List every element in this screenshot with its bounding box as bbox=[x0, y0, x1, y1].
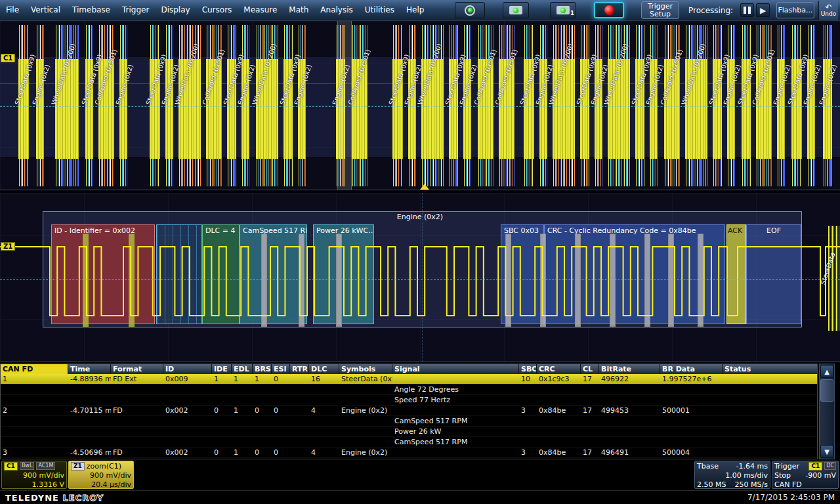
table-cell bbox=[290, 374, 309, 385]
can-frame-burst bbox=[119, 25, 127, 186]
table-cell bbox=[212, 427, 232, 437]
col-header-cl[interactable]: CL bbox=[581, 364, 599, 374]
table-cell: 1 bbox=[253, 374, 272, 385]
menu-utilities[interactable]: Utilities bbox=[359, 0, 400, 20]
menu-measure[interactable]: Measure bbox=[238, 0, 283, 20]
col-header-crc[interactable]: CRC bbox=[537, 364, 581, 374]
signal-row[interactable]: CamSpeed 517 RPM bbox=[1, 416, 817, 427]
table-cell bbox=[212, 437, 232, 448]
table-cell: 1 bbox=[232, 374, 253, 385]
signal-row[interactable]: Speed 77 Hertz bbox=[1, 395, 817, 406]
trigger-box[interactable]: Trigger C1 DC Stop -900 mV CAN FD bbox=[772, 461, 839, 489]
table-cell bbox=[723, 406, 818, 416]
table-cell: 0 bbox=[212, 448, 232, 458]
col-header-edl[interactable]: EDL bbox=[232, 364, 253, 374]
scroll-down-button[interactable]: ▼ bbox=[820, 445, 833, 458]
table-cell bbox=[723, 374, 818, 385]
undo-button[interactable]: ↶ Undo bbox=[818, 1, 838, 20]
table-cell bbox=[212, 395, 232, 406]
play-button[interactable]: ▶ bbox=[756, 3, 770, 17]
table-cell bbox=[232, 427, 253, 437]
col-header-bitrate[interactable]: BitRate bbox=[599, 364, 660, 374]
table-cell: Engine (0x2) bbox=[339, 448, 392, 458]
pause-button[interactable] bbox=[740, 3, 754, 17]
col-header-can-fd[interactable]: CAN FD bbox=[1, 364, 68, 374]
col-header-brs[interactable]: BRS bbox=[253, 364, 272, 374]
menu-trigger[interactable]: Trigger bbox=[116, 0, 155, 20]
descriptor-bar: C1 BwL AC1M 900 mV/div 1.3316 V Z1 zoom(… bbox=[0, 459, 840, 490]
menu-display[interactable]: Display bbox=[155, 0, 196, 20]
col-header-rtr[interactable]: RTR bbox=[290, 364, 309, 374]
scrollbar-thumb[interactable] bbox=[820, 379, 833, 402]
col-header-id[interactable]: ID bbox=[163, 364, 212, 374]
col-header-signal[interactable]: Signal bbox=[392, 364, 519, 374]
col-header-time[interactable]: Time bbox=[68, 364, 111, 374]
signal-row[interactable]: Power 26 kW bbox=[1, 427, 817, 437]
table-cell bbox=[111, 395, 163, 406]
zoom-trigger-level-line bbox=[0, 279, 840, 280]
table-cell bbox=[272, 427, 290, 437]
table-cell: -4.70115 ms bbox=[68, 406, 111, 416]
menu-bar: FileVerticalTimebaseTriggerDisplayCursor… bbox=[0, 0, 840, 20]
menu-help[interactable]: Help bbox=[400, 0, 430, 20]
table-cell bbox=[290, 427, 309, 437]
col-header-sbc[interactable]: SBC bbox=[519, 364, 537, 374]
menu-file[interactable]: File bbox=[0, 0, 25, 20]
zoom-region-indicator[interactable] bbox=[337, 21, 352, 190]
menu-cursors[interactable]: Cursors bbox=[196, 0, 238, 20]
col-header-esi[interactable]: ESI bbox=[272, 364, 290, 374]
table-cell bbox=[581, 437, 599, 448]
frame-row[interactable]: 1-4.88936 msFD Ext0x009111016SteerData (… bbox=[1, 374, 817, 385]
table-cell bbox=[519, 385, 537, 395]
col-header-dlc[interactable]: DLC bbox=[309, 364, 339, 374]
col-header-ide[interactable]: IDE bbox=[212, 364, 232, 374]
trigger-label: Trigger bbox=[774, 462, 799, 471]
timebase-box[interactable]: Tbase -1.64 ms 1.00 ms/div 2.50 MS 250 M… bbox=[694, 461, 770, 489]
acquisition-grid[interactable]: SteerData (0x9)Engine (0x2)WheelData (0x… bbox=[0, 20, 840, 190]
table-cell bbox=[290, 395, 309, 406]
table-cell bbox=[581, 416, 599, 427]
frame-row[interactable]: 2-4.70115 msFD0x00201004Engine (0x2)30x8… bbox=[1, 406, 817, 416]
table-cell bbox=[392, 448, 519, 458]
col-header-br-data[interactable]: BR Data bbox=[660, 364, 723, 374]
menu-math[interactable]: Math bbox=[283, 0, 314, 20]
menu-analysis[interactable]: Analysis bbox=[314, 0, 358, 20]
table-cell bbox=[212, 385, 232, 395]
table-cell bbox=[537, 427, 581, 437]
table-cell bbox=[68, 437, 111, 448]
record-icon[interactable] bbox=[594, 2, 624, 18]
c1-descriptor-box[interactable]: C1 BwL AC1M 900 mV/div 1.3316 V bbox=[1, 461, 67, 489]
trigger-type: CAN FD bbox=[774, 480, 802, 489]
menu-timebase[interactable]: Timebase bbox=[66, 0, 116, 20]
col-header-symbols[interactable]: Symbols bbox=[339, 364, 392, 374]
col-header-status[interactable]: Status bbox=[723, 364, 818, 374]
table-cell: SteerData (0x9) bbox=[339, 374, 392, 385]
table-cell: 17 bbox=[581, 448, 599, 458]
table-cell bbox=[272, 395, 290, 406]
trigger-setup-button[interactable]: Trigger Setup bbox=[641, 1, 679, 19]
table-cell bbox=[537, 385, 581, 395]
table-cell bbox=[723, 395, 818, 406]
table-cell bbox=[519, 395, 537, 406]
menu-vertical[interactable]: Vertical bbox=[25, 0, 66, 20]
camera-icon[interactable] bbox=[503, 2, 529, 18]
col-header-format[interactable]: Format bbox=[111, 364, 163, 374]
zoom-grid[interactable]: Engine (0x2) ID - Identifier = 0x002DLC … bbox=[0, 193, 840, 362]
table-cell bbox=[537, 416, 581, 427]
clock-icon[interactable] bbox=[455, 2, 485, 18]
camera-1-icon[interactable]: 1 bbox=[550, 2, 576, 18]
table-cell: 499453 bbox=[599, 406, 660, 416]
table-cell: 0 bbox=[212, 406, 232, 416]
table-cell bbox=[339, 416, 392, 427]
frame-row[interactable]: 3-4.50696 msFD0x00201004Engine (0x2)30x8… bbox=[1, 448, 817, 458]
table-scrollbar[interactable]: ▲ ▼ bbox=[819, 364, 835, 459]
signal-row[interactable]: CamSpeed 517 RPM bbox=[1, 437, 817, 448]
scroll-up-button[interactable]: ▲ bbox=[820, 365, 833, 378]
z1-descriptor-box[interactable]: Z1 zoom(C1) 900 mV/div 20.4 µs/div bbox=[68, 461, 134, 489]
table-cell: 0 bbox=[253, 406, 272, 416]
signal-row[interactable]: Angle 72 Degrees bbox=[1, 385, 817, 395]
trigger-level: -900 mV bbox=[793, 471, 836, 480]
trigger-position-marker[interactable] bbox=[420, 184, 429, 190]
table-cell bbox=[1, 416, 68, 427]
flashback-button[interactable]: Flashba... bbox=[776, 2, 814, 18]
